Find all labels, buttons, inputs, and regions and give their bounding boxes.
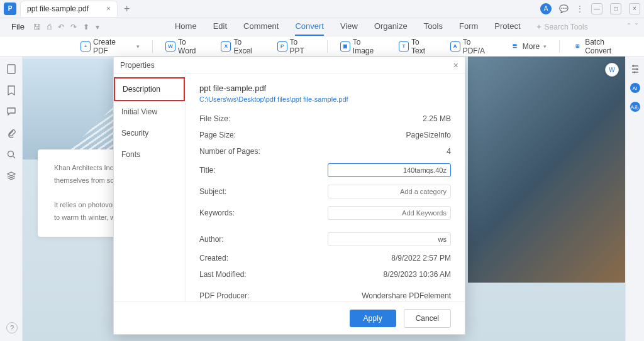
main-menu: Home Edit Comment Convert View Organize … bbox=[175, 18, 521, 36]
svg-point-1 bbox=[8, 151, 13, 157]
ribbon: +Create PDF▾ WTo Word XTo Excel PTo PPT … bbox=[0, 36, 644, 57]
menu-form[interactable]: Form bbox=[459, 18, 478, 36]
menu-organize[interactable]: Organize bbox=[374, 18, 408, 36]
document-tab[interactable]: ppt file-sample.pdf × bbox=[20, 1, 118, 17]
file-menu[interactable]: File bbox=[6, 19, 30, 34]
label-page-size: Page Size: bbox=[199, 131, 281, 139]
right-rail: AI Aあ bbox=[625, 57, 644, 341]
help-icon[interactable]: ? bbox=[6, 322, 18, 333]
search-icon[interactable] bbox=[6, 149, 16, 160]
to-ppt-button[interactable]: PTo PPT bbox=[272, 35, 319, 58]
wand-icon: ✦ bbox=[536, 23, 542, 31]
menu-tools[interactable]: Tools bbox=[424, 18, 443, 36]
value-file-size: 2.25 MB bbox=[423, 114, 451, 123]
titlebar: P ppt file-sample.pdf × + A 💬 ⋮ — □ × bbox=[0, 0, 644, 18]
to-excel-button[interactable]: XTo Excel bbox=[216, 35, 267, 58]
app-icon: P bbox=[4, 3, 16, 15]
tab-description[interactable]: Description bbox=[114, 77, 185, 101]
create-pdf-button[interactable]: +Create PDF▾ bbox=[75, 35, 145, 58]
comment-icon[interactable] bbox=[6, 107, 16, 117]
bookmark-icon[interactable] bbox=[6, 85, 16, 95]
background-image-right bbox=[468, 57, 625, 283]
tab-title: ppt file-sample.pdf bbox=[27, 4, 89, 13]
to-pdfa-button[interactable]: ATo PDF/A bbox=[445, 35, 500, 58]
value-producer: Wondershare PDFelement bbox=[362, 291, 451, 300]
text-icon: T bbox=[399, 41, 409, 51]
collapse-ribbon-icon[interactable]: ˆ bbox=[628, 23, 630, 31]
title-input[interactable] bbox=[328, 163, 451, 177]
ppt-icon: P bbox=[277, 41, 287, 51]
tab-fonts[interactable]: Fonts bbox=[114, 144, 185, 165]
subject-input[interactable] bbox=[328, 185, 451, 198]
translate-icon[interactable]: Aあ bbox=[630, 102, 640, 112]
pdfa-icon: A bbox=[450, 41, 460, 51]
menu-convert[interactable]: Convert bbox=[295, 18, 324, 36]
redo-icon[interactable]: ↷ bbox=[70, 23, 77, 31]
file-path[interactable]: C:\Users\ws\Desktop\pdf files\ppt file-s… bbox=[199, 95, 451, 103]
dialog-title: Properties bbox=[120, 61, 155, 70]
dialog-close-icon[interactable]: × bbox=[453, 60, 458, 70]
left-rail bbox=[0, 57, 23, 341]
value-modified: 8/29/2023 10:36 AM bbox=[384, 270, 451, 279]
save-icon[interactable]: 🖫 bbox=[33, 23, 41, 31]
label-author: Author: bbox=[199, 235, 281, 244]
properties-dialog: Properties × Description Initial View Se… bbox=[113, 57, 465, 335]
ai-assistant-icon[interactable]: AI bbox=[630, 83, 640, 93]
more-icon: ☰ bbox=[510, 41, 520, 51]
thumbnail-icon[interactable] bbox=[6, 64, 16, 74]
label-file-size: File Size: bbox=[199, 114, 281, 123]
svg-point-4 bbox=[633, 72, 635, 73]
keywords-input[interactable] bbox=[328, 206, 451, 220]
value-page-size: PageSizeInfo bbox=[406, 131, 451, 139]
tab-initial-view[interactable]: Initial View bbox=[114, 101, 185, 122]
menu-view[interactable]: View bbox=[340, 18, 358, 36]
label-subject: Subject: bbox=[199, 187, 281, 196]
user-avatar-icon[interactable]: A bbox=[540, 3, 552, 14]
svg-point-3 bbox=[636, 68, 638, 70]
author-input[interactable] bbox=[328, 232, 451, 246]
batch-icon: ⊞ bbox=[572, 41, 582, 51]
sliders-icon[interactable] bbox=[630, 64, 640, 74]
maximize-button[interactable]: □ bbox=[610, 3, 621, 14]
menubar: File 🖫 ⎙ ↶ ↷ ⬆ ▾ Home Edit Comment Conve… bbox=[0, 18, 644, 36]
svg-rect-0 bbox=[8, 65, 15, 73]
chevron-down-icon[interactable]: ▾ bbox=[96, 23, 99, 31]
dialog-titlebar: Properties × bbox=[114, 57, 465, 73]
kebab-menu-icon[interactable]: ⋮ bbox=[576, 4, 584, 13]
dialog-sidebar: Description Initial View Security Fonts bbox=[114, 73, 186, 301]
menu-home[interactable]: Home bbox=[175, 18, 197, 36]
value-num-pages: 4 bbox=[447, 147, 451, 156]
share-icon[interactable]: ⬆ bbox=[83, 23, 89, 31]
chat-icon[interactable]: 💬 bbox=[559, 4, 569, 13]
tab-security[interactable]: Security bbox=[114, 122, 185, 144]
floating-word-icon[interactable]: W bbox=[605, 63, 619, 77]
close-tab-icon[interactable]: × bbox=[106, 4, 111, 13]
svg-point-2 bbox=[632, 65, 634, 67]
label-title: Title: bbox=[199, 166, 281, 175]
label-created: Created: bbox=[199, 254, 281, 263]
settings-chevron-icon[interactable]: ˇ bbox=[635, 23, 638, 31]
minimize-button[interactable]: — bbox=[591, 3, 602, 14]
search-tools[interactable]: ✦ Search Tools bbox=[536, 23, 588, 31]
dialog-content: ppt file-sample.pdf C:\Users\ws\Desktop\… bbox=[186, 73, 465, 301]
to-text-button[interactable]: TTo Text bbox=[394, 35, 440, 58]
more-button[interactable]: ☰More▾ bbox=[505, 39, 552, 54]
new-tab-button[interactable]: + bbox=[124, 3, 130, 14]
menu-edit[interactable]: Edit bbox=[213, 18, 227, 36]
menu-comment[interactable]: Comment bbox=[243, 18, 279, 36]
print-icon[interactable]: ⎙ bbox=[47, 23, 52, 31]
chevron-down-icon: ▾ bbox=[543, 43, 547, 50]
to-image-button[interactable]: ▣To Image bbox=[335, 35, 389, 58]
cancel-button[interactable]: Cancel bbox=[404, 309, 451, 328]
to-word-button[interactable]: WTo Word bbox=[160, 35, 211, 58]
menu-protect[interactable]: Protect bbox=[494, 18, 520, 36]
close-window-button[interactable]: × bbox=[629, 3, 640, 14]
value-created: 8/9/2022 2:57 PM bbox=[391, 254, 451, 263]
attachment-icon[interactable] bbox=[6, 128, 16, 138]
layers-icon[interactable] bbox=[6, 171, 16, 181]
batch-convert-button[interactable]: ⊞Batch Convert bbox=[567, 35, 638, 58]
quick-access-toolbar: 🖫 ⎙ ↶ ↷ ⬆ ▾ bbox=[33, 23, 99, 31]
label-keywords: Keywords: bbox=[199, 208, 281, 217]
undo-icon[interactable]: ↶ bbox=[58, 23, 64, 31]
apply-button[interactable]: Apply bbox=[350, 310, 396, 327]
